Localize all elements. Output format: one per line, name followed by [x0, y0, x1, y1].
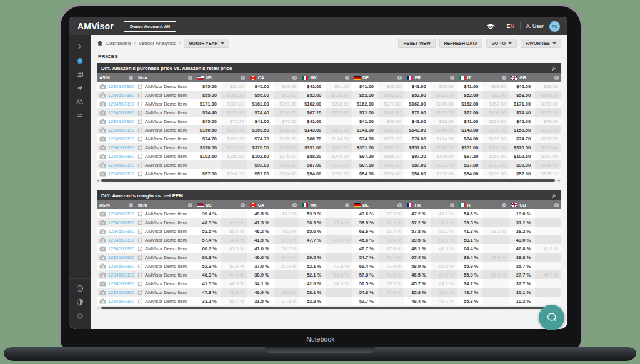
- item-link[interactable]: AMVisor Demo Item: [145, 263, 187, 269]
- asin-link[interactable]: 1234567890: [108, 281, 134, 287]
- external-link-icon[interactable]: [138, 298, 143, 304]
- external-link-icon[interactable]: [138, 119, 143, 124]
- sidebar-item-users[interactable]: [73, 95, 86, 108]
- info-icon[interactable]: [398, 76, 402, 80]
- external-link-icon[interactable]: [138, 290, 143, 295]
- item-link[interactable]: AMVisor Demo Item: [145, 272, 187, 278]
- asin-link[interactable]: 1234567890: [108, 127, 134, 133]
- sidebar-item-chevron-right[interactable]: [73, 40, 86, 53]
- sidebar-item-filters[interactable]: [73, 109, 86, 122]
- external-link-icon[interactable]: [138, 220, 143, 225]
- info-icon[interactable]: [188, 76, 192, 80]
- camera-icon[interactable]: [99, 136, 106, 142]
- camera-icon[interactable]: [99, 84, 106, 89]
- language-switcher[interactable]: EN: [507, 23, 514, 29]
- asin-link[interactable]: 1234567890: [108, 145, 134, 150]
- sidebar-item-table[interactable]: [73, 67, 86, 81]
- wrench-icon[interactable]: [551, 193, 557, 199]
- info-icon[interactable]: [502, 76, 506, 80]
- external-link-icon[interactable]: [138, 211, 143, 217]
- camera-icon[interactable]: [99, 272, 106, 278]
- camera-icon[interactable]: [99, 154, 106, 159]
- item-link[interactable]: AMVisor Demo Item: [145, 101, 187, 107]
- external-link-icon[interactable]: [138, 171, 143, 177]
- asin-link[interactable]: 1234567890: [108, 162, 134, 168]
- info-icon[interactable]: [345, 203, 349, 207]
- breadcrumb-vendor-analytics[interactable]: Vendor Analytics: [139, 41, 176, 46]
- item-link[interactable]: AMVisor Demo Item: [145, 92, 187, 98]
- external-link-icon[interactable]: [138, 145, 143, 150]
- breadcrumb-dashboard[interactable]: Dashboard: [106, 41, 131, 46]
- camera-icon[interactable]: [99, 220, 106, 225]
- reset-view-button[interactable]: RESET VIEW: [398, 39, 435, 48]
- external-link-icon[interactable]: [138, 92, 143, 98]
- asin-link[interactable]: 1234567890: [108, 255, 134, 260]
- refresh-data-button[interactable]: REFRESH DATA: [439, 39, 483, 48]
- academy-icon[interactable]: [486, 23, 495, 30]
- info-icon[interactable]: [241, 76, 245, 80]
- asin-link[interactable]: 1234567890: [108, 272, 134, 278]
- asin-link[interactable]: 1234567890: [108, 101, 134, 107]
- external-link-icon[interactable]: [138, 281, 143, 287]
- account-selector-button[interactable]: Demo Account All: [124, 21, 176, 32]
- info-icon[interactable]: [188, 203, 192, 207]
- item-link[interactable]: AMVisor Demo Item: [145, 229, 187, 234]
- item-link[interactable]: AMVisor Demo Item: [145, 162, 187, 168]
- item-link[interactable]: AMVisor Demo Item: [145, 220, 187, 225]
- info-icon[interactable]: [129, 76, 133, 80]
- camera-icon[interactable]: [99, 211, 106, 217]
- asin-link[interactable]: 1234567890: [108, 229, 134, 234]
- info-icon[interactable]: [345, 76, 349, 80]
- item-link[interactable]: AMVisor Demo Item: [145, 119, 187, 124]
- horizontal-scrollbar[interactable]: ◂▸: [97, 306, 561, 310]
- info-icon[interactable]: [292, 203, 297, 207]
- asin-link[interactable]: 1234567890: [108, 84, 134, 89]
- item-link[interactable]: AMVisor Demo Item: [145, 154, 187, 159]
- camera-icon[interactable]: [99, 290, 106, 295]
- scroll-left-icon[interactable]: ◂: [98, 179, 99, 182]
- camera-icon[interactable]: [99, 92, 106, 98]
- item-link[interactable]: AMVisor Demo Item: [145, 246, 187, 252]
- scrollbar-thumb[interactable]: [101, 307, 555, 309]
- camera-icon[interactable]: [99, 263, 106, 269]
- item-link[interactable]: AMVisor Demo Item: [145, 110, 187, 116]
- info-icon[interactable]: [450, 203, 454, 207]
- period-selector-button[interactable]: MONTH YEAR: [184, 39, 229, 48]
- external-link-icon[interactable]: [138, 255, 143, 260]
- avatar[interactable]: AU: [549, 21, 560, 32]
- external-link-icon[interactable]: [138, 237, 143, 243]
- asin-link[interactable]: 1234567890: [108, 220, 134, 225]
- asin-link[interactable]: 1234567890: [108, 211, 134, 217]
- camera-icon[interactable]: [99, 237, 106, 243]
- camera-icon[interactable]: [99, 145, 106, 150]
- asin-link[interactable]: 1234567890: [108, 119, 134, 124]
- user-menu[interactable]: A. User: [526, 23, 544, 29]
- home-icon[interactable]: [97, 40, 103, 46]
- horizontal-scrollbar[interactable]: ◂▸: [97, 179, 561, 182]
- external-link-icon[interactable]: [138, 272, 143, 278]
- external-link-icon[interactable]: [138, 154, 143, 159]
- asin-link[interactable]: 1234567890: [108, 154, 134, 159]
- external-link-icon[interactable]: [138, 101, 143, 107]
- item-link[interactable]: AMVisor Demo Item: [145, 145, 187, 150]
- camera-icon[interactable]: [99, 298, 106, 304]
- item-link[interactable]: AMVisor Demo Item: [145, 255, 187, 260]
- chat-button[interactable]: [539, 305, 564, 330]
- asin-link[interactable]: 1234567890: [108, 263, 134, 269]
- camera-icon[interactable]: [99, 246, 106, 252]
- external-link-icon[interactable]: [138, 162, 143, 168]
- external-link-icon[interactable]: [138, 136, 143, 142]
- sidebar-item-send[interactable]: [73, 81, 86, 94]
- asin-link[interactable]: 1234567890: [108, 171, 134, 177]
- external-link-icon[interactable]: [138, 110, 143, 116]
- asin-link[interactable]: 1234567890: [108, 237, 134, 243]
- scrollbar-thumb[interactable]: [101, 179, 555, 182]
- info-icon[interactable]: [450, 76, 454, 80]
- go-to-button[interactable]: GO TO: [486, 39, 516, 48]
- asin-link[interactable]: 1234567890: [108, 246, 134, 252]
- camera-icon[interactable]: [99, 110, 106, 116]
- external-link-icon[interactable]: [138, 229, 143, 234]
- camera-icon[interactable]: [99, 162, 106, 168]
- external-link-icon[interactable]: [138, 84, 143, 89]
- camera-icon[interactable]: [99, 127, 106, 133]
